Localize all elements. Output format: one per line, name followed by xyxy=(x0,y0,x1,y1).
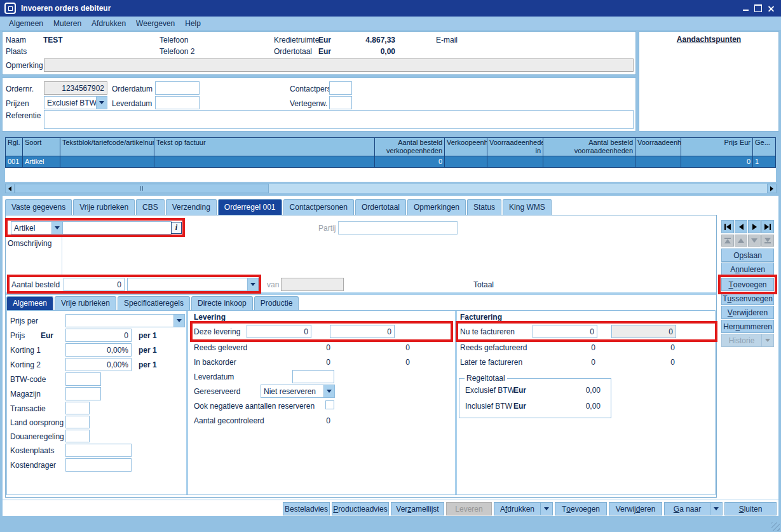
subtab-productie[interactable]: Productie xyxy=(254,296,299,310)
toevoegen-side-button[interactable]: Toevoegen xyxy=(721,278,774,291)
soort-combo[interactable]: Artikel xyxy=(11,221,63,235)
ga-naar-dropdown-button[interactable] xyxy=(710,502,723,515)
maximize-button[interactable] xyxy=(752,3,764,13)
land-oorsprong-field[interactable] xyxy=(65,416,90,428)
grid-col-voorraadeenheden-in-verkoopeenheid[interactable]: Voorraadeenheden in verkoopeenheid xyxy=(487,137,543,156)
gereserveerd-dropdown-button[interactable] xyxy=(323,385,334,397)
toevoegen-bottom-button[interactable]: Toevoegen xyxy=(555,502,607,515)
tab-vrije-rubrieken[interactable]: Vrije rubrieken xyxy=(73,199,135,215)
van-field[interactable] xyxy=(281,278,344,291)
negatieve-checkbox[interactable] xyxy=(325,400,334,409)
prijs-input[interactable]: 0 xyxy=(65,329,132,342)
nav-previous-button[interactable] xyxy=(735,220,747,233)
referentie-field[interactable] xyxy=(44,110,634,129)
annuleren-button[interactable]: Annuleren xyxy=(721,263,774,276)
deze-levering-input-1[interactable]: 0 xyxy=(247,325,311,338)
tab-verzending[interactable]: Verzending xyxy=(166,199,217,215)
artikelnummer-input[interactable] xyxy=(63,221,172,235)
menu-afdrukken[interactable]: Afdrukken xyxy=(86,19,131,28)
subtab-directe-inkoop[interactable]: Directe inkoop xyxy=(191,296,253,310)
grid-col-soort[interactable]: Soort xyxy=(23,137,60,156)
hernummeren-button[interactable]: Hernummeren xyxy=(721,320,774,333)
hscroll-left-button[interactable] xyxy=(5,184,15,193)
verwijderen-side-button[interactable]: Verwijderen xyxy=(721,306,774,319)
historie-button[interactable]: Historie xyxy=(721,334,762,347)
levering-leverdatum-field[interactable] xyxy=(292,370,334,383)
subtab-algemeen[interactable]: Algemeen xyxy=(6,296,53,310)
move-up-button[interactable] xyxy=(735,235,747,247)
menu-muteren[interactable]: Muteren xyxy=(48,19,86,28)
move-down-button[interactable] xyxy=(748,235,761,247)
aantal-besteld-input[interactable]: 0 xyxy=(64,278,125,291)
grid-col-tekst-op-factuur[interactable]: Tekst op factuur xyxy=(154,137,375,156)
soort-dropdown-button[interactable] xyxy=(51,222,62,234)
tab-cbs[interactable]: CBS xyxy=(136,199,165,215)
tab-contactpersonen[interactable]: Contactpersonen xyxy=(283,199,354,215)
grid-col-aantal-besteld-voorraadeenheden[interactable]: Aantal besteld voorraadeenheden xyxy=(543,137,635,156)
nu-te-factureren-input-1[interactable]: 0 xyxy=(533,325,597,338)
besteladvies-button[interactable]: Besteladvies xyxy=(283,502,330,515)
grid-col-aantal-besteld-verkoopeenheden[interactable]: Aantal besteld verkoopeenheden xyxy=(375,137,445,156)
grid-col-rgl[interactable]: Rgl. xyxy=(5,137,23,156)
info-button[interactable]: i xyxy=(171,222,182,234)
grid-row-selected[interactable]: 001 Artikel 0 0 1 xyxy=(5,156,776,168)
grid-col-verkoopeenheid[interactable]: Verkoopeenheid xyxy=(445,137,487,156)
eenheid-combo[interactable] xyxy=(127,278,259,291)
nu-te-factureren-input-2[interactable]: 0 xyxy=(611,325,676,338)
prijzen-combo[interactable]: Exclusief BTW xyxy=(44,96,107,109)
hscroll-thumb[interactable] xyxy=(15,184,269,193)
grid-col-voorraadeenh[interactable]: Voorraadeenh... xyxy=(635,137,681,156)
close-button[interactable] xyxy=(764,3,777,13)
prijzen-dropdown-button[interactable] xyxy=(96,97,107,109)
orderdatum-field[interactable] xyxy=(155,81,200,95)
vertegenw-field[interactable] xyxy=(329,96,352,109)
verwijderen-bottom-button[interactable]: Verwijderen xyxy=(609,502,662,515)
ordernr-field[interactable]: 1234567902 xyxy=(44,81,107,95)
tab-opmerkingen[interactable]: Opmerkingen xyxy=(407,199,466,215)
eenheid-dropdown-button[interactable] xyxy=(247,278,258,290)
minimize-button[interactable] xyxy=(739,3,752,13)
nav-last-button[interactable] xyxy=(761,220,774,233)
leveren-button[interactable]: Leveren xyxy=(446,502,492,515)
kostendrager-field[interactable] xyxy=(65,458,132,472)
omschrijving-area[interactable] xyxy=(62,236,716,275)
transactie-field[interactable] xyxy=(65,402,90,414)
tab-vaste-gegevens[interactable]: Vaste gegevens xyxy=(5,199,72,215)
prijs-per-combo[interactable] xyxy=(65,314,185,327)
tab-status[interactable]: Status xyxy=(467,199,501,215)
leverdatum-field[interactable] xyxy=(155,96,200,109)
resize-grip[interactable] xyxy=(771,522,780,531)
nav-next-button[interactable] xyxy=(748,220,761,233)
ga-naar-button[interactable]: Ga naar xyxy=(664,502,710,515)
douaneregeling-field[interactable] xyxy=(65,430,90,442)
sluiten-button[interactable]: Sluiten xyxy=(724,502,777,515)
kostenplaats-field[interactable] xyxy=(65,444,132,457)
deze-levering-input-2[interactable]: 0 xyxy=(330,325,395,338)
subtab-specificatieregels[interactable]: Specificatieregels xyxy=(118,296,190,310)
move-top-button[interactable] xyxy=(721,235,734,247)
grid-col-ge[interactable]: Ge... xyxy=(753,137,776,156)
grid-col-tekstblok[interactable]: Tekstblok/tariefcode/artikelnummer xyxy=(60,137,154,156)
partij-field[interactable] xyxy=(338,221,458,235)
tussenvoegen-button[interactable]: Tussenvoegen xyxy=(721,292,774,305)
tab-ordertotaal[interactable]: Ordertotaal xyxy=(355,199,406,215)
productieadvies-button[interactable]: Productieadvies xyxy=(332,502,389,515)
subtab-vrije-rubrieken[interactable]: Vrije rubrieken xyxy=(55,296,116,310)
afdrukken-button[interactable]: Afdrukken xyxy=(494,502,541,515)
tab-king-wms[interactable]: King WMS xyxy=(503,199,552,215)
gereserveerd-combo[interactable]: Niet reserveren xyxy=(261,385,335,398)
afdrukken-dropdown-button[interactable] xyxy=(541,502,553,515)
hscroll-right-button[interactable] xyxy=(767,184,777,193)
opmerking-field[interactable] xyxy=(44,58,634,72)
menu-algemeen[interactable]: Algemeen xyxy=(4,19,48,28)
contactpers-field[interactable] xyxy=(329,81,352,95)
korting2-input[interactable]: 0,00% xyxy=(65,358,132,371)
magazijn-field[interactable] xyxy=(65,387,101,400)
menu-help[interactable]: Help xyxy=(180,19,206,28)
move-bottom-button[interactable] xyxy=(761,235,774,247)
aandachtspunten-link[interactable]: Aandachtspunten xyxy=(677,35,741,44)
nav-first-button[interactable] xyxy=(721,220,734,233)
btw-code-field[interactable] xyxy=(65,372,101,386)
grid-col-prijs-eur[interactable]: Prijs Eur xyxy=(681,137,753,156)
menu-weergeven[interactable]: Weergeven xyxy=(131,19,180,28)
